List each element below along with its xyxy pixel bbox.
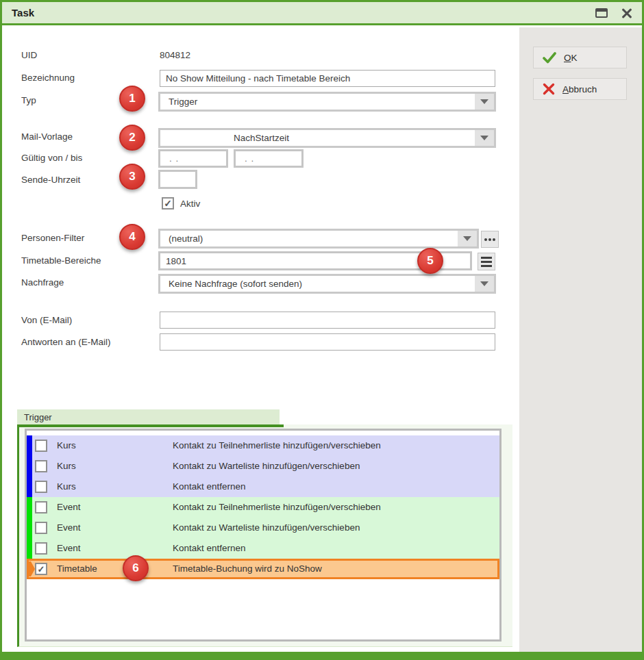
selected-row-marker-icon — [27, 561, 35, 576]
personen-filter-label: Personen-Filter — [21, 233, 84, 243]
trigger-row-event-2[interactable]: Event Kontakt zu Warteliste hinzufügen/v… — [27, 518, 499, 538]
typ-dropdown[interactable]: Trigger — [158, 92, 496, 112]
row-checkbox[interactable] — [35, 440, 47, 452]
row-type: Event — [57, 502, 81, 512]
typ-dropdown-value: Trigger — [160, 94, 473, 110]
gueltig-bis-input[interactable] — [234, 149, 304, 168]
mail-vorlage-dropdown[interactable]: NachStartzeit — [158, 128, 496, 148]
category-color-bar — [27, 456, 32, 477]
ellipsis-icon — [484, 238, 495, 241]
personen-filter-dropdown-value: (neutral) — [160, 231, 456, 246]
row-description: Kontakt zu Warteliste hinzufügen/verschi… — [173, 522, 360, 533]
task-dialog: Task OK Abbruch UID Bezeichnung Typ Mail… — [0, 0, 644, 660]
sende-uhrzeit-input[interactable] — [158, 170, 197, 189]
ok-button-label: OK — [564, 53, 578, 63]
chevron-down-icon[interactable] — [475, 276, 494, 292]
row-description: Kontakt zu Warteliste hinzufügen/verschi… — [173, 461, 360, 471]
callout-badge-6: 6 — [123, 555, 149, 581]
row-type: Kurs — [57, 440, 76, 450]
personen-filter-more-button[interactable] — [481, 231, 499, 248]
cancel-button[interactable]: Abbruch — [533, 78, 627, 100]
von-email-label: Von (E-Mail) — [21, 315, 72, 325]
trigger-row-event-3[interactable]: Event Kontakt entfernen — [27, 538, 499, 559]
row-checkbox[interactable] — [35, 460, 47, 472]
hamburger-menu-icon — [481, 257, 492, 259]
maximize-icon[interactable] — [595, 8, 608, 18]
row-type: Timetable — [57, 563, 97, 574]
category-color-bar — [27, 497, 32, 518]
chevron-down-icon[interactable] — [475, 130, 494, 146]
row-checkbox[interactable] — [35, 522, 47, 534]
mail-vorlage-label: Mail-Vorlage — [21, 131, 73, 142]
category-color-bar — [27, 435, 32, 456]
window-title: Task — [12, 7, 34, 18]
trigger-row-kurs-3[interactable]: Kurs Kontakt entfernen — [27, 477, 499, 497]
row-checkbox[interactable] — [35, 542, 47, 555]
row-description: Kontakt zu Teilnehmerliste hinzufügen/ve… — [173, 502, 381, 512]
nachfrage-dropdown[interactable]: Keine Nachfrage (sofort senden) — [158, 274, 496, 294]
row-type: Event — [57, 543, 81, 553]
x-icon — [543, 83, 555, 95]
gueltig-label: Gültig von / bis — [21, 153, 82, 163]
category-color-bar — [27, 477, 32, 497]
check-icon: ✓ — [164, 199, 172, 208]
callout-badge-2: 2 — [119, 125, 145, 151]
category-color-bar — [27, 538, 32, 559]
mail-vorlage-dropdown-value: NachStartzeit — [160, 130, 473, 146]
nachfrage-label: Nachfrage — [21, 277, 64, 288]
trigger-list: Kurs Kontakt zu Teilnehmerliste hinzufüg… — [25, 429, 501, 642]
row-type: Kurs — [57, 461, 76, 471]
row-description: Kontakt zu Teilnehmerliste hinzufügen/ve… — [173, 440, 381, 450]
gueltig-von-input[interactable] — [158, 149, 228, 168]
personen-filter-dropdown[interactable]: (neutral) — [158, 229, 479, 249]
row-type: Kurs — [57, 481, 76, 492]
callout-badge-1: 1 — [119, 86, 145, 112]
chevron-down-icon[interactable] — [475, 94, 494, 110]
row-checkbox[interactable] — [35, 481, 47, 493]
chevron-down-icon[interactable] — [458, 231, 477, 246]
uid-label: UID — [21, 50, 37, 60]
callout-badge-3: 3 — [119, 164, 145, 190]
callout-badge-5: 5 — [417, 248, 443, 274]
callout-badge-4: 4 — [119, 224, 145, 250]
bezeichnung-input[interactable] — [160, 70, 495, 87]
category-color-bar — [27, 518, 32, 538]
ok-button[interactable]: OK — [533, 47, 627, 68]
bezeichnung-label: Bezeichnung — [21, 73, 75, 83]
trigger-row-event-1[interactable]: Event Kontakt zu Teilnehmerliste hinzufü… — [27, 497, 499, 518]
cancel-button-label: Abbruch — [562, 84, 597, 94]
trigger-row-kurs-1[interactable]: Kurs Kontakt zu Teilnehmerliste hinzufüg… — [27, 435, 499, 456]
aktiv-checkbox[interactable]: ✓ — [162, 197, 174, 210]
row-type: Event — [57, 522, 81, 533]
antworten-email-input[interactable] — [160, 333, 495, 351]
row-checkbox[interactable] — [35, 501, 47, 513]
trigger-group-tab: Trigger — [17, 409, 280, 424]
row-description: Timetable-Buchung wird zu NoShow — [173, 563, 322, 574]
antworten-email-label: Antworten an (E-Mail) — [21, 337, 111, 347]
sende-uhrzeit-label: Sende-Uhrzeit — [21, 175, 80, 185]
trigger-row-kurs-2[interactable]: Kurs Kontakt zu Warteliste hinzufügen/ve… — [27, 456, 499, 477]
von-email-input[interactable] — [160, 312, 495, 329]
timetable-bereiche-label: Timetable-Bereiche — [21, 255, 101, 266]
row-description: Kontakt entfernen — [173, 543, 246, 553]
close-icon[interactable] — [621, 8, 632, 18]
titlebar: Task — [2, 2, 642, 25]
trigger-row-timetable[interactable]: ✓ Timetable Timetable-Buchung wird zu No… — [27, 559, 499, 579]
check-icon — [543, 52, 556, 64]
uid-value: 804812 — [160, 50, 190, 60]
window-bottom-border — [2, 652, 642, 658]
row-checkbox[interactable]: ✓ — [35, 563, 47, 575]
aktiv-checkbox-label: Aktiv — [180, 199, 200, 209]
timetable-bereiche-list-button[interactable] — [478, 253, 495, 270]
typ-label: Typ — [21, 95, 36, 105]
action-panel: OK Abbruch — [519, 27, 642, 652]
trigger-group-underline — [17, 424, 284, 427]
row-description: Kontakt entfernen — [173, 481, 246, 492]
nachfrage-dropdown-value: Keine Nachfrage (sofort senden) — [160, 276, 473, 292]
